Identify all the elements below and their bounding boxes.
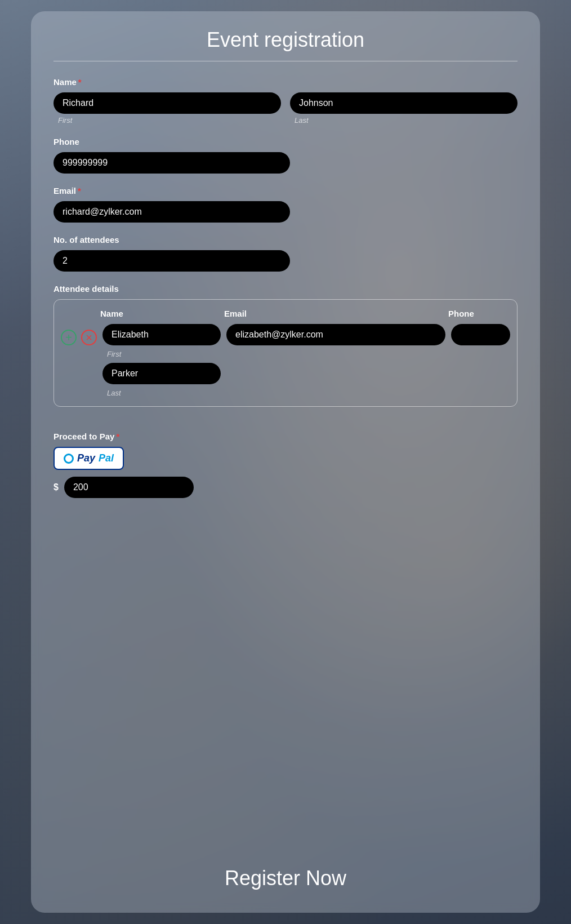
col-email-header: Email xyxy=(224,309,448,318)
name-required-star: * xyxy=(78,77,82,87)
attendee-email-input[interactable] xyxy=(226,324,445,345)
phone-input[interactable] xyxy=(53,152,290,174)
attendee-first-name-input[interactable] xyxy=(102,324,221,345)
email-required-star: * xyxy=(78,186,81,196)
attendee-first-label: First xyxy=(102,350,221,358)
name-label: Name* xyxy=(53,77,518,87)
page-title: Event registration xyxy=(53,28,518,52)
attendees-field-group: No. of attendees xyxy=(53,235,518,272)
first-name-label: First xyxy=(53,116,281,125)
last-name-input[interactable] xyxy=(290,92,518,114)
pay-section: Proceed to Pay* PayPal $ xyxy=(53,432,518,498)
attendee-phone-field xyxy=(451,324,510,345)
email-field-group: Email* xyxy=(53,186,518,223)
attendee-details-label: Attendee details xyxy=(53,284,518,294)
add-attendee-button[interactable]: + xyxy=(61,330,77,345)
phone-field-group: Phone xyxy=(53,137,518,174)
remove-attendee-button[interactable]: × xyxy=(81,330,97,345)
title-divider xyxy=(53,61,518,61)
attendee-last-label: Last xyxy=(102,389,221,397)
amount-input[interactable] xyxy=(64,477,194,498)
col-phone-header: Phone xyxy=(448,309,510,318)
name-field-group: Name* First Last xyxy=(53,77,518,125)
pay-label: Proceed to Pay* xyxy=(53,432,518,441)
paypal-dot-icon xyxy=(64,454,74,464)
last-name-col: Last xyxy=(290,92,518,125)
attendees-label: No. of attendees xyxy=(53,235,518,245)
form-card: Event registration Name* First Last Phon… xyxy=(31,11,540,913)
first-name-col: First xyxy=(53,92,281,125)
attendee-last-name-input[interactable] xyxy=(102,363,221,384)
col-name-header: Name xyxy=(100,309,224,318)
attendee-name-fields: First Last xyxy=(102,324,221,397)
attendee-details-group: Attendee details Name Email Phone + × Fi… xyxy=(53,284,518,419)
email-input[interactable] xyxy=(53,201,290,223)
last-name-label: Last xyxy=(290,116,518,125)
currency-symbol: $ xyxy=(53,482,59,492)
paypal-text-pp: Pay xyxy=(77,452,95,464)
attendee-table-header: Name Email Phone xyxy=(61,309,510,318)
attendee-details-box: Name Email Phone + × First Last xyxy=(53,299,518,407)
email-label: Email* xyxy=(53,186,518,196)
attendees-input[interactable] xyxy=(53,250,290,272)
register-now-button[interactable]: Register Now xyxy=(53,858,518,890)
paypal-text-al: Pal xyxy=(99,452,114,464)
phone-label: Phone xyxy=(53,137,518,146)
attendee-email-field xyxy=(226,324,445,345)
name-row: First Last xyxy=(53,92,518,125)
paypal-button[interactable]: PayPal xyxy=(53,447,124,470)
amount-row: $ xyxy=(53,477,518,498)
pay-required-star: * xyxy=(116,432,119,441)
attendee-actions: + × xyxy=(61,324,97,345)
attendee-phone-input[interactable] xyxy=(451,324,510,345)
attendee-row: + × First Last xyxy=(61,324,510,397)
first-name-input[interactable] xyxy=(53,92,281,114)
